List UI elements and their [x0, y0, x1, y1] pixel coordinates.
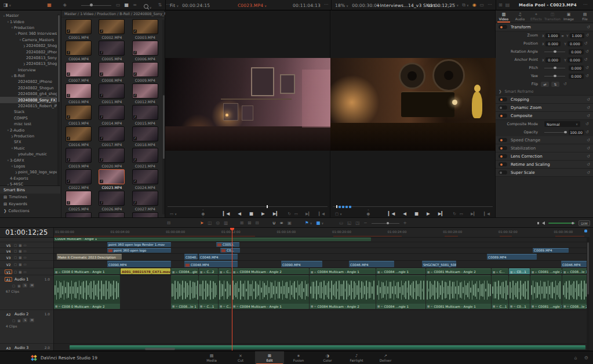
reset-icon[interactable]: ↺: [587, 114, 590, 118]
y-value-field[interactable]: 0.000: [567, 57, 583, 63]
goto-in-icon[interactable]: ▶▎: [305, 212, 311, 216]
timeline-clip[interactable]: C0...: [220, 248, 240, 253]
section-toggle[interactable]: [499, 146, 507, 150]
clip-thumbnail[interactable]: ♪C0007.MP4: [62, 62, 95, 83]
reset-icon[interactable]: ↺: [587, 97, 590, 102]
param-slider[interactable]: [544, 68, 565, 68]
lock-icon[interactable]: ▢: [14, 249, 17, 253]
param-value-field[interactable]: 100.00: [569, 130, 584, 135]
timeline-clip[interactable]: ▦ ∞C...2: [219, 268, 231, 274]
timeline-clip[interactable]: C0090.MP4: [281, 261, 322, 267]
clip-thumbnail[interactable]: ♪C0017.MP4: [95, 126, 128, 148]
track-id-badge[interactable]: V4: [5, 249, 12, 253]
video-track-header-v5[interactable]: V5▢▦▭: [0, 242, 53, 248]
clip-thumbnail[interactable]: ♪C0018.MP4: [129, 126, 162, 148]
track-id-badge[interactable]: V1: [5, 270, 12, 274]
bin-tree-item[interactable]: Stack: [0, 109, 57, 115]
param-slider[interactable]: [544, 76, 565, 77]
section-header-transform[interactable]: Transform↺: [496, 23, 593, 31]
enable-track-icon[interactable]: ▦: [19, 263, 21, 266]
bin-tree-item[interactable]: COMPS: [0, 115, 57, 121]
clip-thumbnail[interactable]: ♪: [95, 212, 128, 217]
timeline-clip[interactable]: point 360 open logo: [107, 248, 171, 253]
param-value-field[interactable]: 0.000: [569, 65, 584, 71]
position-lock-icon[interactable]: ▣: [288, 221, 292, 225]
timeline-clip[interactable]: ▦ ∞C...: [492, 268, 508, 274]
timeline-clip[interactable]: Make it Cinematic 2023 Description: [57, 254, 122, 260]
inspector-tab-video[interactable]: ▥Video: [496, 10, 512, 23]
playhead[interactable]: [232, 228, 232, 351]
bin-tree-item[interactable]: ❯20240802_Shogun: [0, 43, 57, 49]
thumbnail-size-slider[interactable]: [81, 5, 111, 6]
track-thumb-icon[interactable]: ▭: [23, 243, 26, 247]
timeline-clip[interactable]: point 360 open logo Render 1.mov: [107, 242, 171, 247]
lock-icon[interactable]: ▢: [12, 319, 15, 322]
clip-thumbnail[interactable]: ♪C0014.MP4: [95, 105, 128, 126]
timeline-clip[interactable]: C0090.MP4: [107, 261, 171, 267]
search-icon[interactable]: ∨: [144, 0, 152, 11]
tl-stop-button[interactable]: ■: [414, 212, 419, 216]
panel-toggle-icon[interactable]: ◨∨: [3, 3, 11, 8]
clip-thumbnail[interactable]: ♪C0003.MP4: [129, 19, 162, 41]
linked-selection-icon[interactable]: ∞: [280, 221, 283, 225]
timeline-clip[interactable]: C0004 Multicam - Angle 1: [54, 238, 371, 241]
timeline-clip[interactable]: C0046.MP4: [561, 261, 590, 267]
video-lane-v1[interactable]: ▦ ∞C008 0 Multicam - Angle 1A001_0802157…: [54, 268, 590, 275]
timeline-clip[interactable]: C0089.MP4: [533, 248, 569, 253]
param-value-field[interactable]: 0.000: [569, 49, 584, 54]
clip-thumbnail[interactable]: ♪C0026.MP4: [95, 191, 128, 212]
solo-button[interactable]: S: [23, 318, 27, 322]
list-view-icon[interactable]: ≡: [133, 3, 137, 8]
step-back-button[interactable]: ◀: [238, 212, 241, 216]
clip-thumbnail[interactable]: ♪C0008.MP4: [95, 62, 128, 83]
marker-icon[interactable]: ■∨: [316, 221, 323, 225]
timeline-clip[interactable]: ▦ ∞C0...1: [509, 268, 530, 274]
dim-button[interactable]: DIM: [579, 220, 590, 226]
timeline-preview-image[interactable]: [330, 58, 496, 151]
slider-handle[interactable]: [554, 75, 556, 78]
timeline-clip[interactable]: C0046.MP4: [349, 261, 394, 267]
sort-icon[interactable]: ⇅: [158, 3, 162, 8]
clip-thumbnail[interactable]: ♪C0019.MP4: [62, 148, 95, 169]
color-wheel-icon[interactable]: ◉: [472, 3, 476, 8]
clip-thumbnail[interactable]: ♪C0027.MP4: [129, 191, 162, 212]
audio-clip[interactable]: ▦ ∞C0084 Multicam - Angle 2: [310, 275, 376, 309]
enable-track-icon[interactable]: ▦: [17, 319, 20, 322]
replace-clip-icon[interactable]: ⊟: [256, 221, 259, 225]
param-select[interactable]: Normal∨: [544, 121, 580, 127]
video-lane-v5[interactable]: point 360 open logo Render 1.movC0053.: [54, 242, 590, 248]
source-clip-name-dropdown[interactable]: C0023.MP4∨: [238, 3, 267, 8]
flip-horizontal-button[interactable]: ⇄: [541, 82, 549, 87]
play-button[interactable]: ▶: [261, 212, 265, 216]
first-frame-button[interactable]: ▎◀: [223, 212, 230, 216]
reset-icon[interactable]: ↺: [587, 154, 590, 159]
bin-tree-item[interactable]: 4-Exports: [0, 176, 57, 181]
page-tab-color[interactable]: ◑Color: [313, 351, 342, 364]
bin-tree-item[interactable]: ❯20240813_Shogun_Charli...: [0, 61, 57, 67]
section-toggle[interactable]: [499, 114, 507, 118]
section-header-stabilization[interactable]: Stabilization↺: [496, 144, 593, 152]
section-header-lens-correction[interactable]: Lens Correction↺: [496, 152, 593, 161]
bin-tree-item[interactable]: Interview: [0, 67, 57, 73]
stop-button[interactable]: ■: [249, 212, 253, 216]
zoom-full-extent-icon[interactable]: ▭: [339, 221, 343, 225]
timeline-clip[interactable]: C0048...: [184, 254, 198, 260]
clip-thumbnail[interactable]: ♪C0015.MP4: [129, 105, 162, 126]
lock-icon[interactable]: ▢: [14, 263, 17, 266]
bin-tree-item[interactable]: 20240813_SonyFx3_Charl...: [0, 55, 57, 61]
section-toggle[interactable]: [499, 105, 507, 110]
track-id-badge[interactable]: A2: [5, 312, 12, 316]
link-icon[interactable]: ∞: [561, 34, 564, 38]
track-id-badge[interactable]: A3: [5, 345, 12, 350]
slider-handle[interactable]: [554, 67, 556, 70]
section-header-cropping[interactable]: Cropping↺: [496, 96, 593, 104]
flip-vertical-button[interactable]: ⇅: [551, 82, 559, 87]
x-value-field[interactable]: 0.000: [545, 41, 561, 46]
bin-tree-item[interactable]: ∨B-Roll: [0, 73, 57, 79]
razor-edit-mode-icon[interactable]: ▥: [224, 221, 228, 225]
video-track-header-v3[interactable]: V3▢▦▭: [0, 254, 53, 261]
filmstrip-view-icon[interactable]: ▭: [116, 3, 121, 8]
video-track-header-v4[interactable]: V4▢▦▭: [0, 248, 53, 254]
clip-thumbnail[interactable]: ♪C0013.MP4: [62, 105, 95, 126]
inspector-tab-transition[interactable]: ◫Transition: [544, 10, 561, 23]
